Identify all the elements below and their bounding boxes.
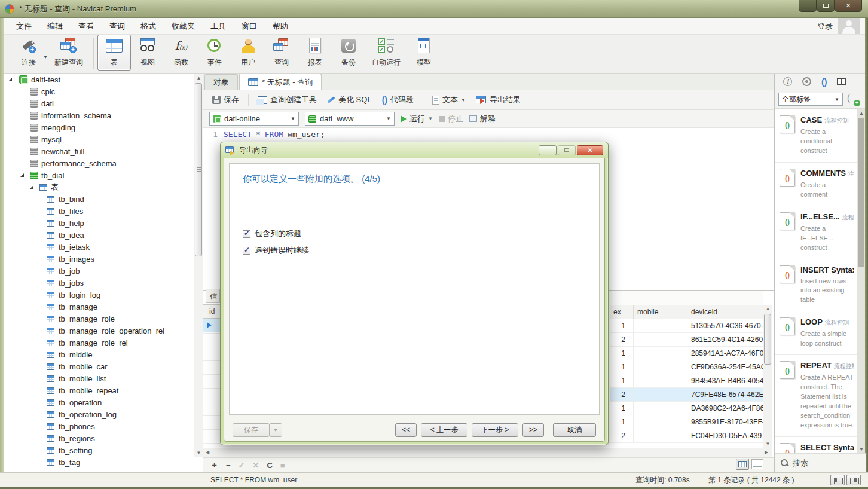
result-row[interactable]: 2FC04FD30-D5EA-4397-8 (610, 429, 763, 443)
cell-mobile[interactable] (634, 360, 687, 374)
column-header-ex[interactable]: ex (610, 305, 634, 319)
tree-table-tb_manage_role[interactable]: tb_manage_role (4, 313, 203, 325)
result-row[interactable]: 151305570-4C36-4670-82 (610, 319, 763, 333)
toolbar-function-button[interactable]: f(x) 函数 (164, 35, 198, 71)
result-row[interactable]: 19855B91E-8170-43FF-BE (610, 415, 763, 429)
tree-table-tb_phones[interactable]: tb_phones (4, 420, 203, 432)
cell-ex[interactable]: 1 (610, 402, 634, 415)
tree-table-tb_manage_role_operation_rel[interactable]: tb_manage_role_operation_rel (4, 325, 203, 337)
refresh-icon[interactable]: C (267, 461, 272, 470)
export-result-button[interactable]: 导出结果 (473, 93, 524, 107)
new-snippet-icon[interactable]: ( (847, 93, 860, 105)
tree-table-tb_tag[interactable]: tb_tag (4, 456, 203, 468)
dialog-close-button[interactable]: ✕ (577, 145, 603, 155)
tree-table-tb_mobile_car[interactable]: tb_mobile_car (4, 360, 203, 372)
tree-scrollbar[interactable]: ▲ ▼ (194, 74, 203, 457)
cell-mobile[interactable] (634, 347, 687, 360)
tab-objects[interactable]: 对象 (204, 74, 238, 90)
snippet-search[interactable]: 搜索 (775, 453, 866, 472)
tree-table-tb_operation_log[interactable]: tb_operation_log (4, 408, 203, 420)
code-snippet-button[interactable]: ()代码段 (379, 93, 417, 107)
tree-database-tb_dial[interactable]: tb_dial (4, 169, 203, 181)
cell-mobile[interactable] (634, 388, 687, 401)
run-button[interactable]: 运行▼ (401, 114, 433, 124)
menu-item-2[interactable]: 查看 (71, 19, 102, 33)
toggle-left-pane-button[interactable] (830, 475, 845, 485)
cell-ex[interactable]: 2 (610, 429, 634, 442)
cell-mobile[interactable] (634, 333, 687, 346)
column-header-deviceid[interactable]: deviceid (687, 305, 763, 319)
tree-table-tb_idea[interactable]: tb_idea (4, 229, 203, 241)
tree-table-tb_middle[interactable]: tb_middle (4, 349, 203, 360)
add-record-icon[interactable]: ＋ (210, 460, 218, 470)
menu-item-6[interactable]: 工具 (203, 19, 234, 33)
cell-deviceid[interactable]: FC04FD30-D5EA-4397-8 (687, 429, 763, 442)
cell-mobile[interactable] (634, 319, 687, 332)
text-dropdown-caret[interactable]: ▼ (461, 97, 466, 103)
tree-database-mysql[interactable]: mysql (4, 133, 203, 145)
snippets-tab-icon[interactable]: () (821, 77, 827, 87)
cell-ex[interactable]: 1 (610, 319, 634, 332)
cell-ex[interactable]: 2 (610, 388, 634, 401)
expand-arrow-icon[interactable] (20, 173, 24, 177)
save-button[interactable]: 保存 (209, 93, 242, 107)
toggle-right-pane-button[interactable] (846, 475, 861, 485)
dialog-cancel-button[interactable]: 取消 (553, 423, 596, 437)
result-row[interactable]: 1CF9D636A-254E-45AC-A (610, 360, 763, 374)
beautify-sql-button[interactable]: 美化 SQL (324, 93, 375, 107)
sql-editor[interactable]: 1 SELECT * FROM wm_user; (203, 128, 774, 140)
result-row[interactable]: 1DA3698C2-42A6-4F86-9 (610, 402, 763, 415)
toolbar-user-button[interactable]: 用户 (231, 35, 265, 71)
cell-ex[interactable]: 1 (610, 415, 634, 429)
tab-query[interactable]: * 无标题 - 查询 (239, 74, 322, 90)
cell-deviceid[interactable]: 51305570-4C36-4670-82 (687, 319, 763, 332)
dialog-save-dropdown-caret[interactable]: ▼ (269, 423, 282, 437)
tree-table-tb_jobs[interactable]: tb_jobs (4, 277, 203, 289)
form-view-icon[interactable] (751, 459, 763, 469)
tree-tables-folder[interactable]: 表 (4, 181, 203, 193)
toolbar-view-button[interactable]: 视图 (131, 35, 164, 71)
tree-database-mengding[interactable]: mengding (4, 121, 203, 133)
tree-table-tb_bind[interactable]: tb_bind (4, 193, 203, 205)
tree-table-tb_setting[interactable]: tb_setting (4, 444, 203, 456)
user-avatar[interactable] (838, 18, 860, 34)
tree-table-tb_manage_role_rel[interactable]: tb_manage_role_rel (4, 337, 203, 349)
dialog-next-button[interactable]: 下一步 > (472, 423, 518, 437)
tree-table-tb_files[interactable]: tb_files (4, 205, 203, 217)
cell-deviceid[interactable]: 9855B91E-8170-43FF-BE (687, 415, 763, 429)
menu-item-7[interactable]: 窗口 (234, 19, 265, 33)
results-tab-icon[interactable] (837, 78, 846, 85)
tree-table-tb_images[interactable]: tb_images (4, 253, 203, 265)
toolbar-backup-button[interactable]: 备份 (332, 35, 365, 71)
results-hscrollbar[interactable]: ◀▶ (203, 448, 772, 457)
include-column-titles-checkbox[interactable] (243, 230, 250, 238)
snippet-item-2[interactable]: ()IF...ELSE...流程控制Create a IF...ELSE... … (775, 206, 857, 259)
tree-table-tb_manage[interactable]: tb_manage (4, 301, 203, 313)
id-column-header-partial[interactable]: id (203, 305, 220, 319)
result-row[interactable]: 2861E1C59-4C14-4260-A (610, 333, 763, 347)
dialog-save-button[interactable]: 保存 (233, 423, 270, 437)
snippet-item-6[interactable]: ()SELECT SyntaxRetrieve rows selected fr… (775, 437, 857, 453)
connection-select[interactable]: dati-online▼ (209, 112, 299, 126)
tree-table-tb_job[interactable]: tb_job (4, 265, 203, 277)
cell-deviceid[interactable]: 7C9FE48E-6574-462E-94 (687, 388, 763, 401)
dialog-first-button[interactable]: << (395, 423, 417, 437)
dialog-last-button[interactable]: >> (522, 423, 544, 437)
cell-mobile[interactable] (634, 402, 687, 415)
snippet-item-0[interactable]: ()CASE流程控制Create a conditional construct (775, 109, 857, 163)
tree-table-tb_regions[interactable]: tb_regions (4, 432, 203, 444)
dialog-prev-button[interactable]: < 上一步 (421, 423, 467, 437)
tree-table-tb_ietask[interactable]: tb_ietask (4, 241, 203, 253)
toolbar-query-button[interactable]: 查询 (265, 35, 298, 71)
info-tab-icon[interactable]: i (783, 77, 792, 86)
tree-database-information_schema[interactable]: information_schema (4, 109, 203, 121)
cell-ex[interactable]: 1 (610, 360, 634, 374)
menu-item-8[interactable]: 帮助 (265, 19, 296, 33)
cell-deviceid[interactable]: DA3698C2-42A6-4F86-9 (687, 402, 763, 415)
results-scrollbar[interactable]: ▲▼ (763, 305, 772, 448)
cell-deviceid[interactable]: 861E1C59-4C14-4260-A (687, 333, 763, 346)
continue-on-error-option[interactable]: 遇到错误时继续 (243, 245, 309, 256)
toolbar-event-button[interactable]: 事件 (198, 35, 231, 71)
cell-mobile[interactable] (634, 429, 687, 442)
expand-arrow-icon[interactable] (8, 78, 12, 81)
